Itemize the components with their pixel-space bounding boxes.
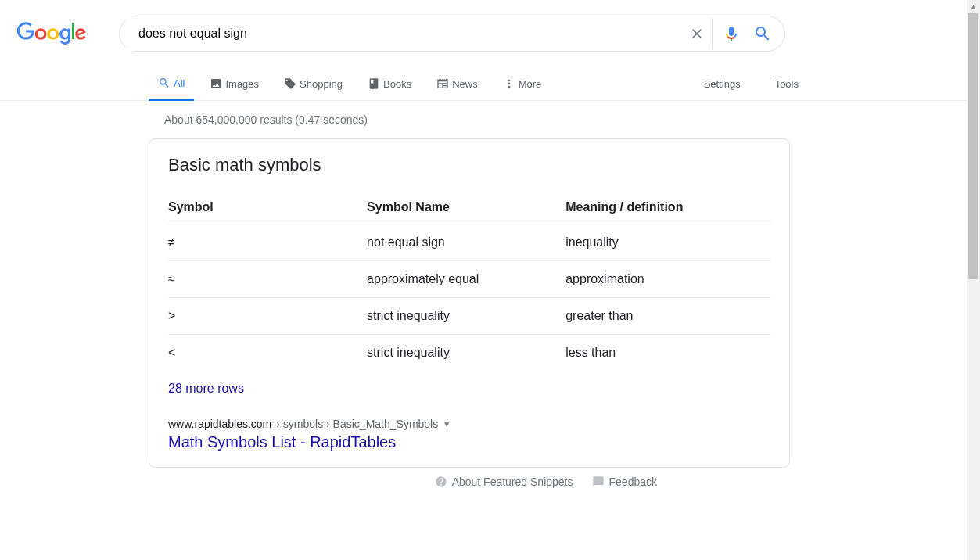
google-logo[interactable] bbox=[16, 22, 88, 45]
name-cell: approximately equal bbox=[367, 261, 565, 298]
featured-snippet: Basic math symbols Symbol Symbol Name Me… bbox=[149, 138, 790, 468]
meaning-cell: approximation bbox=[565, 261, 770, 298]
footer-label: About Featured Snippets bbox=[452, 476, 573, 488]
results-stats: About 654,000,000 results (0.47 seconds) bbox=[149, 113, 813, 126]
clear-button[interactable] bbox=[681, 18, 713, 49]
search-tabs: All Images Shopping Books News More Sett… bbox=[0, 67, 980, 101]
tab-label: Images bbox=[225, 78, 259, 90]
close-icon bbox=[689, 26, 705, 41]
symbol-cell: ≈ bbox=[168, 261, 367, 298]
search-icon bbox=[158, 77, 171, 89]
table-row: < strict inequality less than bbox=[168, 335, 770, 372]
result-domain: www.rapidtables.com bbox=[168, 418, 271, 430]
tab-all[interactable]: All bbox=[149, 67, 194, 101]
help-icon bbox=[435, 476, 447, 488]
search-box bbox=[119, 16, 785, 52]
name-cell: strict inequality bbox=[367, 298, 565, 335]
news-icon bbox=[436, 77, 449, 90]
scroll-up-arrow[interactable]: ▲ bbox=[967, 0, 980, 13]
table-row: ≈ approximately equal approximation bbox=[168, 261, 770, 298]
snippet-heading: Basic math symbols bbox=[168, 155, 770, 175]
meaning-cell: inequality bbox=[565, 224, 770, 261]
tab-images[interactable]: Images bbox=[200, 67, 268, 100]
table-header: Symbol Name bbox=[367, 191, 565, 224]
tab-books[interactable]: Books bbox=[358, 67, 421, 100]
more-rows-link[interactable]: 28 more rows bbox=[168, 371, 770, 407]
tab-label: Books bbox=[383, 78, 411, 90]
tab-more[interactable]: More bbox=[494, 67, 551, 100]
symbol-cell: < bbox=[168, 335, 367, 372]
microphone-icon bbox=[722, 24, 741, 43]
settings-link[interactable]: Settings bbox=[695, 67, 750, 100]
tab-label: All bbox=[174, 77, 185, 89]
symbol-cell: ≠ bbox=[168, 224, 367, 261]
tools-link[interactable]: Tools bbox=[766, 67, 808, 100]
table-header: Meaning / definition bbox=[565, 191, 770, 224]
table-row: > strict inequality greater than bbox=[168, 298, 770, 335]
meaning-cell: less than bbox=[565, 335, 770, 372]
voice-search-button[interactable] bbox=[716, 18, 747, 49]
footer-label: Feedback bbox=[609, 476, 657, 488]
tab-news[interactable]: News bbox=[427, 67, 487, 100]
scrollbar[interactable]: ▲ bbox=[967, 0, 980, 488]
table-row: ≠ not equal sign inequality bbox=[168, 224, 770, 261]
feedback-icon bbox=[592, 476, 605, 488]
name-cell: not equal sign bbox=[367, 224, 565, 261]
tab-shopping[interactable]: Shopping bbox=[275, 67, 352, 100]
about-snippets-link[interactable]: About Featured Snippets bbox=[435, 476, 573, 488]
result-title-link[interactable]: Math Symbols List - RapidTables bbox=[168, 433, 396, 451]
scrollbar-thumb[interactable] bbox=[968, 13, 978, 279]
result-breadcrumb[interactable]: www.rapidtables.com › symbols › Basic_Ma… bbox=[168, 418, 770, 430]
search-icon bbox=[753, 24, 772, 43]
feedback-link[interactable]: Feedback bbox=[592, 476, 657, 488]
search-button[interactable] bbox=[747, 18, 778, 49]
chevron-down-icon[interactable]: ▼ bbox=[443, 420, 451, 429]
book-icon bbox=[368, 77, 380, 90]
symbol-cell: > bbox=[168, 298, 367, 335]
result-crumbs: › symbols › Basic_Math_Symbols bbox=[276, 418, 438, 430]
tab-label: More bbox=[519, 78, 542, 90]
search-input[interactable] bbox=[126, 16, 681, 51]
meaning-cell: greater than bbox=[565, 298, 770, 335]
nav-label: Settings bbox=[704, 78, 741, 90]
nav-label: Tools bbox=[775, 78, 799, 90]
image-icon bbox=[210, 77, 222, 90]
table-header: Symbol bbox=[168, 191, 367, 224]
tab-label: Shopping bbox=[300, 78, 343, 90]
tab-label: News bbox=[452, 78, 478, 90]
more-vert-icon bbox=[503, 77, 515, 90]
tag-icon bbox=[284, 77, 296, 90]
name-cell: strict inequality bbox=[367, 335, 565, 372]
snippet-table: Symbol Symbol Name Meaning / definition … bbox=[168, 191, 770, 371]
